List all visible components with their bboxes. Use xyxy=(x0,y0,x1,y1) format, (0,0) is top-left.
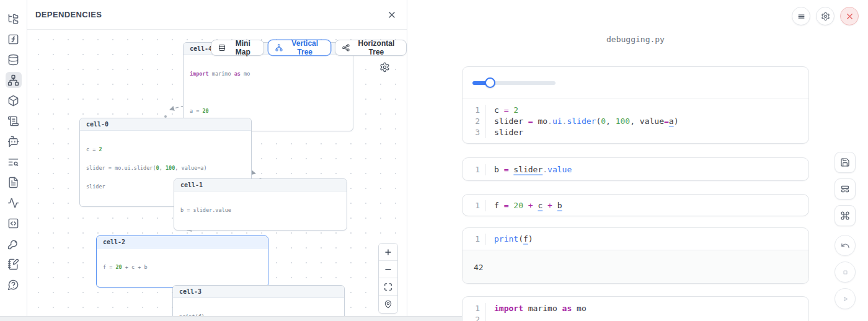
secrets-icon[interactable] xyxy=(6,235,22,252)
close-icon xyxy=(845,12,854,21)
code-editor[interactable]: 1c = 2 2slider = mo.ui.slider(0, 100, va… xyxy=(463,99,808,144)
save-icon xyxy=(840,157,850,167)
zoom-out-button[interactable] xyxy=(379,261,397,278)
line-number: 1 xyxy=(463,105,486,116)
mini-map-label: Mini Map xyxy=(229,39,257,56)
stop-button[interactable] xyxy=(835,262,856,283)
undo-button[interactable] xyxy=(835,235,856,256)
graph-node-cell-3[interactable]: cell-3 print(f) xyxy=(172,285,345,316)
horizontal-tree-icon xyxy=(342,43,350,52)
notebook-cell-slider[interactable]: 1c = 2 2slider = mo.ui.slider(0, 100, va… xyxy=(462,66,809,144)
code-line xyxy=(486,314,499,321)
dependencies-panel-header: DEPENDENCIES xyxy=(27,0,407,30)
horizontal-tree-button[interactable]: Horizontal Tree xyxy=(335,40,407,56)
node-title: cell-1 xyxy=(174,179,347,191)
locate-button[interactable] xyxy=(379,296,397,313)
node-code: b = slider.value xyxy=(174,191,347,230)
code-editor[interactable]: 1import marimo as mo 2 xyxy=(463,297,808,321)
plus-icon xyxy=(384,248,392,257)
graph-node-cell-2[interactable]: cell-2 f = 20 + c + b xyxy=(96,235,268,288)
code-line: f = 20 + c + b xyxy=(486,200,562,211)
node-code: print(f) xyxy=(173,298,344,316)
minus-icon xyxy=(384,265,392,274)
line-number: 2 xyxy=(463,314,486,321)
code-line: slider = mo.ui.slider(0, 100, value=a) xyxy=(486,116,678,127)
node-title: cell-0 xyxy=(80,118,251,131)
notebook-settings-button[interactable] xyxy=(816,7,835,25)
notebook-cell-print[interactable]: 1print(f) 42 xyxy=(462,227,809,284)
gear-icon xyxy=(821,12,830,21)
line-number: 1 xyxy=(463,164,486,175)
undo-icon xyxy=(841,241,850,250)
notebook-topbar xyxy=(792,7,859,25)
zoom-controls xyxy=(378,243,398,314)
helper-panel-rail xyxy=(0,0,27,321)
notebook-cell-f[interactable]: 1f = 20 + c + b xyxy=(462,194,809,216)
graph-settings-button[interactable] xyxy=(379,62,390,73)
save-button[interactable] xyxy=(835,152,856,173)
notebook-cell-import[interactable]: 1import marimo as mo 2 xyxy=(462,296,809,321)
slider-track[interactable] xyxy=(472,81,556,85)
packages-icon[interactable] xyxy=(6,92,22,108)
node-title: cell-3 xyxy=(173,286,344,298)
vertical-tree-icon xyxy=(275,43,283,52)
line-number: 3 xyxy=(463,127,486,138)
command-icon xyxy=(840,211,850,221)
mini-map-icon xyxy=(218,43,226,52)
scratchpad-icon[interactable] xyxy=(6,256,22,272)
code-line: slider xyxy=(486,127,523,138)
vertical-tree-label: Vertical Tree xyxy=(286,39,324,56)
dependencies-panel: DEPENDENCIES xyxy=(27,0,407,316)
zoom-in-button[interactable] xyxy=(379,244,397,261)
search-logs-icon[interactable] xyxy=(6,154,22,170)
file-explorer-icon[interactable] xyxy=(6,11,22,27)
stop-icon xyxy=(841,268,850,277)
line-number: 1 xyxy=(463,303,486,314)
snippets-icon[interactable] xyxy=(6,215,22,231)
graph-node-cell-1[interactable]: cell-1 b = slider.value xyxy=(174,178,347,231)
vertical-tree-button[interactable]: Vertical Tree xyxy=(268,40,331,56)
line-number: 1 xyxy=(463,234,486,245)
variables-icon[interactable] xyxy=(6,31,22,47)
gear-icon xyxy=(379,62,390,73)
close-panel-button[interactable] xyxy=(387,10,397,20)
dependency-graph-canvas[interactable]: cell-4 import marimo as mo a = 20 cell-0… xyxy=(27,30,407,316)
chat-icon[interactable] xyxy=(6,133,22,149)
maximize-icon xyxy=(384,283,392,291)
code-editor[interactable]: 1b = slider.value xyxy=(463,158,808,181)
cell-output: 42 xyxy=(463,250,808,284)
map-pin-icon xyxy=(384,300,392,309)
data-sources-icon[interactable] xyxy=(6,51,22,68)
code-line: print(f) xyxy=(486,234,533,245)
layout-panels-icon xyxy=(840,184,850,194)
horizontal-tree-label: Horizontal Tree xyxy=(353,39,399,56)
run-button[interactable] xyxy=(835,288,856,309)
play-icon xyxy=(841,294,850,304)
notebook-menu-button[interactable] xyxy=(792,7,810,25)
code-line: b = slider.value xyxy=(486,164,572,175)
notebook-area: debugging.py 1c = 2 2slider = mo.ui.slid… xyxy=(407,0,868,321)
documentation-icon[interactable] xyxy=(6,174,22,190)
logs-icon[interactable] xyxy=(6,113,22,129)
command-palette-button[interactable] xyxy=(835,205,856,226)
node-code: f = 20 + c + b xyxy=(97,248,268,287)
tracing-icon[interactable] xyxy=(6,195,22,211)
slider-output xyxy=(463,67,808,99)
notebook-action-column xyxy=(835,152,856,309)
shutdown-button[interactable] xyxy=(840,7,859,25)
code-editor[interactable]: 1print(f) xyxy=(463,228,808,250)
fit-view-button[interactable] xyxy=(379,278,397,296)
code-line: import marimo as mo xyxy=(486,303,587,314)
node-title: cell-2 xyxy=(97,236,268,248)
layout-button[interactable] xyxy=(835,178,856,200)
notebook-cell-b[interactable]: 1b = slider.value xyxy=(462,157,809,181)
code-line: c = 2 xyxy=(486,105,518,116)
notebook-filename[interactable]: debugging.py xyxy=(462,35,809,44)
line-number: 2 xyxy=(463,116,486,127)
help-icon[interactable] xyxy=(6,276,22,292)
slider-thumb[interactable] xyxy=(485,77,495,88)
panel-title: DEPENDENCIES xyxy=(35,10,102,19)
mini-map-button[interactable]: Mini Map xyxy=(211,40,264,56)
dependencies-icon[interactable] xyxy=(6,72,22,88)
code-editor[interactable]: 1f = 20 + c + b xyxy=(463,195,808,216)
